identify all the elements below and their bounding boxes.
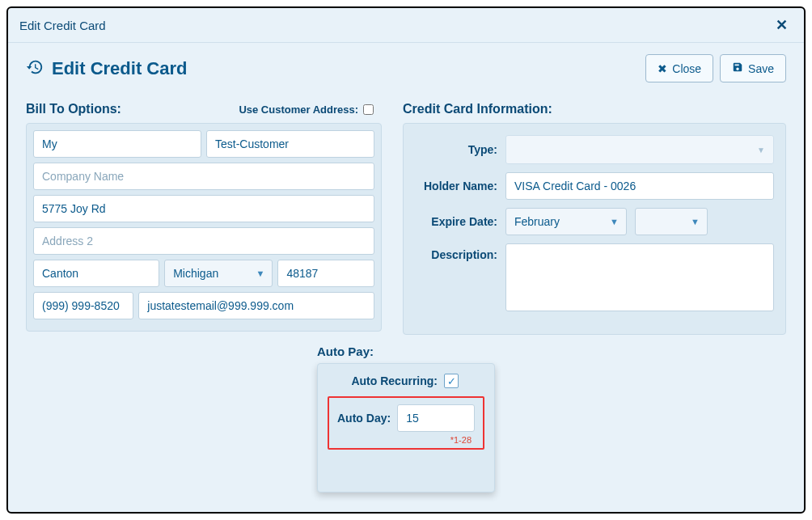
save-label: Save [748, 62, 774, 75]
address1-input[interactable] [33, 195, 374, 222]
address2-input[interactable] [33, 227, 374, 255]
cc-info-section: Credit Card Information: Type: ▼ Holder … [403, 102, 786, 335]
description-textarea[interactable] [505, 243, 774, 311]
last-name-input[interactable] [206, 130, 374, 158]
cc-type-label: Type: [408, 143, 497, 156]
zip-input[interactable] [277, 260, 374, 287]
cc-expire-label: Expire Date: [408, 215, 497, 228]
expire-month-select[interactable]: February [505, 208, 627, 235]
autopay-section: Auto Pay: Auto Recurring: ✓ Auto Day: *1… [26, 345, 786, 493]
holder-name-input[interactable] [505, 172, 774, 200]
company-input[interactable] [33, 163, 374, 190]
close-icon[interactable]: ✕ [771, 16, 793, 34]
bill-to-title: Bill To Options: [26, 102, 121, 116]
page-title: Edit Credit Card [52, 58, 187, 79]
phone-input[interactable] [33, 292, 133, 319]
save-button[interactable]: Save [720, 54, 786, 82]
auto-day-label: Auto Day: [337, 412, 391, 425]
modal-edit-credit-card: Edit Credit Card ✕ Edit Credit Card ✖ Cl… [6, 6, 806, 514]
auto-recurring-checkbox[interactable]: ✓ [444, 374, 459, 388]
modal-content: Edit Credit Card ✖ Close Save Bil [8, 43, 804, 504]
close-label: Close [672, 62, 701, 75]
expire-year-select[interactable] [635, 208, 708, 235]
auto-day-highlight: Auto Day: *1-28 [328, 396, 484, 450]
first-name-input[interactable] [33, 130, 201, 158]
state-select[interactable]: Michigan [164, 260, 273, 287]
save-icon [732, 61, 743, 75]
city-input[interactable] [33, 260, 159, 287]
auto-day-hint: *1-28 [337, 435, 472, 445]
autopay-title: Auto Pay: [317, 345, 495, 358]
use-customer-checkbox[interactable] [363, 104, 374, 115]
cc-description-label: Description: [408, 243, 497, 261]
email-input[interactable] [138, 292, 374, 319]
history-icon [26, 58, 44, 79]
titlebar: Edit Credit Card ✕ [8, 8, 804, 43]
titlebar-title: Edit Credit Card [19, 19, 106, 32]
chevron-down-icon: ▼ [757, 146, 765, 154]
use-customer-label: Use Customer Address: [239, 104, 358, 116]
cc-info-title: Credit Card Information: [403, 102, 552, 116]
close-button[interactable]: ✖ Close [645, 54, 713, 82]
bill-to-section: Bill To Options: Use Customer Address: [26, 102, 382, 332]
cc-holder-label: Holder Name: [408, 180, 497, 192]
header-row: Edit Credit Card ✖ Close Save [26, 54, 786, 82]
x-icon: ✖ [658, 62, 667, 75]
auto-recurring-label: Auto Recurring: [351, 374, 438, 387]
cc-type-select[interactable]: ▼ [505, 135, 774, 164]
auto-day-input[interactable] [397, 404, 475, 432]
